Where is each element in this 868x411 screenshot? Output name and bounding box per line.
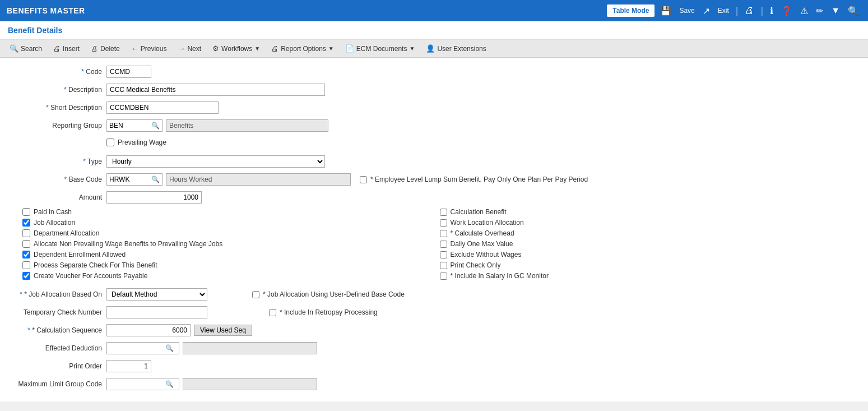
search-button[interactable]: 🔍 Search [4, 42, 47, 55]
dept-allocation-checkbox[interactable] [22, 229, 30, 237]
calc-seq-input[interactable] [106, 324, 191, 336]
reporting-group-code-input[interactable] [107, 120, 149, 131]
daily-one-max-label[interactable]: Daily One Max Value [451, 240, 513, 248]
base-code-row: * Base Code 🔍 * Employee Level Lump Sum … [11, 172, 857, 187]
print-icon[interactable]: 🖨 [742, 4, 756, 17]
effected-deduction-label: Effected Deduction [11, 344, 106, 352]
effected-deduction-search-button[interactable]: 🔍 [163, 344, 176, 352]
description-input[interactable] [106, 84, 325, 96]
calc-seq-row: * * Calculation Sequence View Used Seq [11, 323, 857, 338]
process-sep-check-row: Process Separate Check For This Benefit [22, 261, 440, 269]
calc-benefit-checkbox[interactable] [440, 209, 447, 216]
amount-input[interactable] [106, 191, 202, 204]
paid-in-cash-checkbox[interactable] [22, 208, 30, 216]
reporting-group-input-container: 🔍 [106, 119, 328, 132]
prevailing-wage-row: Prevailing Wage [11, 136, 857, 151]
edit-icon[interactable]: ✏ [814, 4, 825, 17]
calc-benefit-label[interactable]: Calculation Benefit [451, 208, 507, 216]
table-mode-button[interactable]: Table Mode [607, 4, 655, 17]
include-salary-checkbox[interactable] [440, 273, 447, 280]
temp-check-num-input[interactable] [106, 306, 207, 318]
base-code-search-button[interactable]: 🔍 [149, 176, 162, 183]
daily-one-max-row: Daily One Max Value [440, 240, 857, 248]
exit-label[interactable]: Exit [716, 6, 731, 16]
effected-deduction-row: Effected Deduction 🔍 [11, 341, 857, 355]
exclude-wages-checkbox[interactable] [440, 251, 447, 258]
base-code-input[interactable] [107, 174, 149, 185]
save-label[interactable]: Save [677, 6, 697, 16]
user-extensions-icon: 👤 [426, 44, 435, 53]
dept-allocation-label[interactable]: Department Allocation [34, 229, 99, 237]
dep-enrollment-label[interactable]: Dependent Enrollment Allowed [34, 251, 126, 258]
print-order-input[interactable] [106, 360, 151, 372]
alert-icon[interactable]: ⚠ [798, 4, 810, 17]
dropdown-icon[interactable]: ▼ [829, 4, 842, 17]
user-extensions-button[interactable]: 👤 User Extensions [421, 42, 491, 55]
reporting-group-label: Reporting Group [11, 122, 106, 130]
job-alloc-based-on-select[interactable]: Default Method Hours Dollars [106, 288, 207, 301]
prevailing-wage-checkbox[interactable] [106, 138, 114, 146]
paid-in-cash-label[interactable]: Paid in Cash [34, 208, 72, 216]
job-alloc-user-defined-label[interactable]: * Job Allocation Using User-Defined Base… [263, 290, 405, 298]
include-retropay-label[interactable]: * Include In Retropay Processing [280, 308, 378, 316]
workflows-button[interactable]: ⚙ Workflows ▼ [207, 42, 265, 55]
prevailing-wage-label[interactable]: Prevailing Wage [118, 138, 166, 146]
alloc-non-prev-label[interactable]: Allocate Non Prevailing Wage Benefits to… [34, 240, 222, 248]
ecm-documents-button[interactable]: 📄 ECM Documents ▼ [340, 42, 420, 55]
print-check-only-label[interactable]: Print Check Only [451, 261, 501, 269]
print-check-only-row: Print Check Only [440, 261, 857, 269]
next-icon: → [178, 44, 185, 53]
create-voucher-label[interactable]: Create Voucher For Accounts Payable [34, 272, 147, 280]
alloc-non-prev-row: Allocate Non Prevailing Wage Benefits to… [22, 240, 440, 248]
print-order-row: Print Order [11, 359, 857, 373]
delete-button[interactable]: 🖨 Delete [86, 42, 125, 55]
process-sep-check-label[interactable]: Process Separate Check For This Benefit [34, 261, 157, 269]
form-area: * Code * Description * Short Description… [0, 58, 868, 401]
info-icon[interactable]: ℹ [768, 4, 776, 17]
max-limit-group-code-input[interactable] [107, 378, 163, 390]
insert-button[interactable]: 🖨 Insert [48, 42, 85, 55]
short-description-input[interactable] [106, 101, 219, 114]
type-label: * Type [11, 158, 106, 165]
workflows-caret: ▼ [254, 45, 260, 52]
description-row: * Description [11, 82, 857, 97]
calc-overhead-checkbox[interactable] [440, 230, 447, 237]
save-icon[interactable]: 💾 [658, 4, 674, 17]
max-limit-group-search-button[interactable]: 🔍 [163, 380, 176, 388]
print-order-label: Print Order [11, 362, 106, 370]
calc-overhead-label[interactable]: * Calculate Overhead [451, 229, 514, 237]
insert-label: Insert [63, 45, 80, 53]
view-used-seq-button[interactable]: View Used Seq [194, 325, 252, 336]
delete-icon: 🖨 [91, 44, 98, 53]
include-salary-label[interactable]: * Include In Salary In GC Monitor [451, 272, 549, 280]
work-loc-alloc-label[interactable]: Work Location Allocation [451, 219, 524, 227]
previous-icon: ← [131, 44, 138, 53]
type-row: * Type Hourly Salary Fixed [11, 154, 857, 169]
exclude-wages-label[interactable]: Exclude Without Wages [451, 251, 522, 258]
search-icon-top[interactable]: 🔍 [846, 4, 861, 17]
include-retropay-checkbox[interactable] [269, 309, 276, 316]
job-allocation-label[interactable]: Job Allocation [34, 219, 75, 227]
previous-button[interactable]: ← Previous [126, 42, 172, 55]
process-sep-check-checkbox[interactable] [22, 261, 30, 269]
dep-enrollment-checkbox[interactable] [22, 251, 30, 258]
exit-icon[interactable]: ↗ [700, 4, 712, 17]
lump-sum-checkbox[interactable] [360, 176, 367, 183]
search-icon: 🔍 [10, 44, 18, 53]
workflows-label: Workflows [221, 45, 252, 53]
next-button[interactable]: → Next [173, 42, 206, 55]
reporting-group-search-button[interactable]: 🔍 [149, 122, 162, 130]
effected-deduction-code-input[interactable] [107, 343, 163, 354]
work-loc-alloc-checkbox[interactable] [440, 219, 447, 227]
print-check-only-checkbox[interactable] [440, 262, 447, 269]
title-bar-actions: Table Mode 💾 Save ↗ Exit | 🖨 | ℹ ❓ ⚠ ✏ ▼… [607, 4, 861, 17]
create-voucher-checkbox[interactable] [22, 272, 30, 280]
help-icon[interactable]: ❓ [779, 4, 795, 17]
job-alloc-user-defined-checkbox[interactable] [252, 291, 259, 298]
code-input[interactable] [106, 66, 151, 78]
alloc-non-prev-checkbox[interactable] [22, 240, 30, 248]
report-options-button[interactable]: 🖨 Report Options ▼ [266, 42, 339, 55]
type-select[interactable]: Hourly Salary Fixed [106, 155, 325, 168]
job-allocation-checkbox[interactable] [22, 219, 30, 227]
daily-one-max-checkbox[interactable] [440, 241, 447, 248]
